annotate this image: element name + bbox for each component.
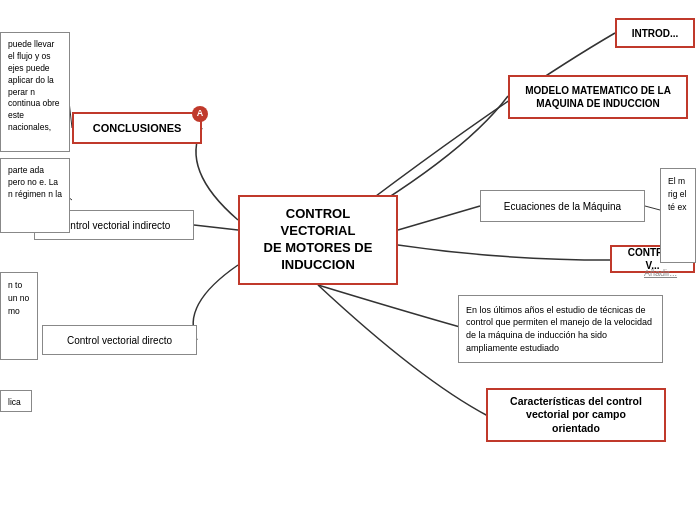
modelo-node[interactable]: MODELO MATEMATICO DE LA MAQUINA DE INDUC… <box>508 75 688 119</box>
directo-node[interactable]: Control vectorial directo <box>42 325 197 355</box>
conclusiones-label: CONCLUSIONES <box>93 121 182 135</box>
aniadir-label: Añadir... <box>644 268 677 278</box>
mindmap-canvas: CONTROL VECTORIAL DE MOTORES DE INDUCCIO… <box>0 0 696 520</box>
estudio-node[interactable]: En los últimos años el estudio de técnic… <box>458 295 663 363</box>
text-left4-node: lica <box>0 390 32 412</box>
text-left1-node: puede llevar el flujo y os ejes puede ap… <box>0 32 70 152</box>
estudio-label: En los últimos años el estudio de técnic… <box>466 304 655 354</box>
caracteristicas-node[interactable]: Características del control vectorial po… <box>486 388 666 442</box>
ecuaciones-node[interactable]: Ecuaciones de la Máquina <box>480 190 645 222</box>
text-right1: El m rig el té ex <box>668 175 688 213</box>
indirecto-label: Control vectorial indirecto <box>58 219 171 232</box>
directo-label: Control vectorial directo <box>67 334 172 347</box>
text-right1-node: El m rig el té ex <box>660 168 696 263</box>
ecuaciones-label: Ecuaciones de la Máquina <box>504 200 621 213</box>
center-node[interactable]: CONTROL VECTORIAL DE MOTORES DE INDUCCIO… <box>238 195 398 285</box>
text-left3: n to un no mo <box>8 279 30 317</box>
center-label: CONTROL VECTORIAL DE MOTORES DE INDUCCIO… <box>264 206 373 274</box>
modelo-label: MODELO MATEMATICO DE LA MAQUINA DE INDUC… <box>525 84 671 110</box>
aniadir-link[interactable]: Añadir... <box>644 268 677 278</box>
text-left1: puede llevar el flujo y os ejes puede ap… <box>8 39 62 134</box>
caracteristicas-label: Características del control vectorial po… <box>510 395 642 436</box>
conclusiones-node[interactable]: CONCLUSIONES A <box>72 112 202 144</box>
text-left4: lica <box>8 397 21 409</box>
text-left2: parte ada pero no e. La n régimen n la <box>8 165 62 201</box>
introd-node[interactable]: INTROD... <box>615 18 695 48</box>
introd-label: INTROD... <box>632 27 679 40</box>
text-left3-node: n to un no mo <box>0 272 38 360</box>
conclusiones-badge: A <box>192 106 208 122</box>
text-left2-node: parte ada pero no e. La n régimen n la <box>0 158 70 233</box>
